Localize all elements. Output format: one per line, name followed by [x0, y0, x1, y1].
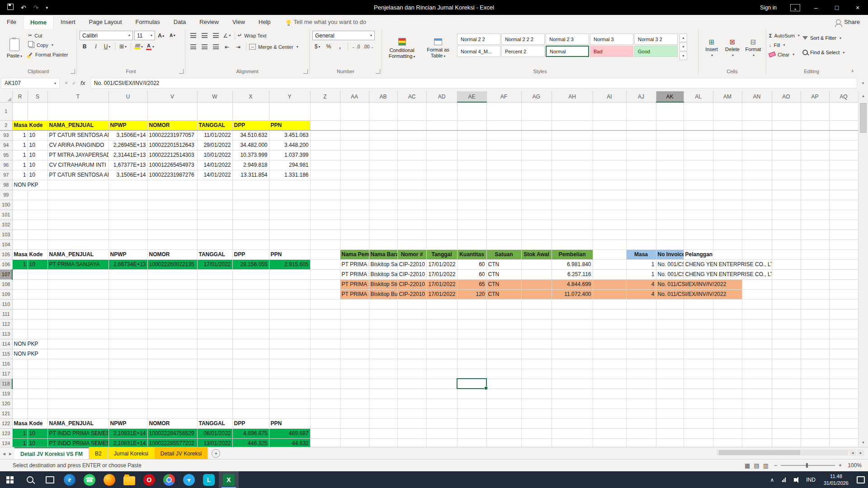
- fill-button[interactable]: ↓Fill▾: [769, 40, 800, 50]
- cell-AA104[interactable]: [340, 239, 369, 249]
- share-button[interactable]: Share: [836, 19, 860, 25]
- cell-X96[interactable]: 2.949.818: [232, 160, 269, 170]
- cell-AG124[interactable]: [521, 438, 552, 447]
- cell-AG97[interactable]: [521, 170, 552, 180]
- cell-AO116[interactable]: [772, 359, 801, 369]
- row-header-102[interactable]: 102: [0, 220, 12, 230]
- cell-AE2[interactable]: [457, 120, 486, 130]
- cell-AC114[interactable]: [397, 339, 426, 349]
- cell-AL94[interactable]: [684, 140, 713, 150]
- cell-X109[interactable]: [232, 289, 269, 299]
- cell-AF111[interactable]: [486, 309, 521, 319]
- cell-AC96[interactable]: [397, 160, 426, 170]
- cell-S105[interactable]: Kode: [28, 249, 47, 259]
- cell-AB101[interactable]: [369, 210, 397, 220]
- zoom-slider[interactable]: [781, 465, 835, 466]
- cell-X99[interactable]: [232, 190, 269, 200]
- cell-W116[interactable]: [197, 359, 232, 369]
- cell-AD110[interactable]: [426, 299, 457, 309]
- cell-AA103[interactable]: [340, 230, 369, 239]
- cell-T119[interactable]: [47, 389, 108, 399]
- taskbar-line-icon[interactable]: L: [199, 471, 219, 488]
- cell-W114[interactable]: [197, 339, 232, 349]
- row-header-119[interactable]: 119: [0, 389, 12, 399]
- cell-AK121[interactable]: [656, 408, 684, 418]
- cell-AN105[interactable]: [742, 249, 772, 259]
- cell-AF118[interactable]: [486, 379, 521, 389]
- cell-AN99[interactable]: [742, 190, 772, 200]
- cell-V111[interactable]: [147, 309, 197, 319]
- ribbon-tab-formulas[interactable]: Formulas: [129, 15, 167, 28]
- cell-S102[interactable]: [28, 220, 47, 230]
- cell-AG106[interactable]: [521, 259, 552, 269]
- cell-Z110[interactable]: [310, 299, 340, 309]
- cell-AL1[interactable]: [684, 102, 713, 120]
- row-header-115[interactable]: 115: [0, 349, 12, 359]
- cell-AO108[interactable]: [772, 279, 801, 289]
- cell-AE123[interactable]: [457, 428, 486, 438]
- cell-AH105[interactable]: Pembelian: [552, 249, 593, 259]
- cell-Z116[interactable]: [310, 359, 340, 369]
- cell-S103[interactable]: [28, 230, 47, 239]
- cell-AD1[interactable]: [426, 102, 457, 120]
- cell-W120[interactable]: [197, 399, 232, 408]
- cell-AP95[interactable]: [801, 150, 829, 160]
- ribbon-tab-file[interactable]: File: [0, 15, 23, 28]
- cell-AA117[interactable]: [340, 369, 369, 379]
- cell-AK118[interactable]: [656, 379, 684, 389]
- cell-X121[interactable]: [232, 408, 269, 418]
- cell-AP105[interactable]: [801, 249, 829, 259]
- cell-AK98[interactable]: [656, 180, 684, 190]
- cell-AB112[interactable]: [369, 319, 397, 329]
- cell-U105[interactable]: NPWP: [108, 249, 147, 259]
- cell-AF97[interactable]: [486, 170, 521, 180]
- sheet-tab-detail-jv-koreksi-vs-fm[interactable]: Detail JV Koreksi VS FM: [14, 447, 89, 460]
- column-header-AD[interactable]: AD: [426, 91, 457, 102]
- cell-AF120[interactable]: [486, 399, 521, 408]
- cell-AN100[interactable]: [742, 200, 772, 210]
- cell-AL124[interactable]: [684, 438, 713, 447]
- cell-AG105[interactable]: Stok Awal: [521, 249, 552, 259]
- redo-button[interactable]: ↷: [33, 4, 39, 11]
- alignment-dialog-launcher[interactable]: [303, 69, 308, 74]
- cell-AM102[interactable]: [713, 220, 742, 230]
- cell-AK117[interactable]: [656, 369, 684, 379]
- cell-U121[interactable]: [108, 408, 147, 418]
- cell-W108[interactable]: [197, 279, 232, 289]
- cell-U96[interactable]: 1,67377E+13: [108, 160, 147, 170]
- cell-AO110[interactable]: [772, 299, 801, 309]
- cell-AG99[interactable]: [521, 190, 552, 200]
- cell-AL119[interactable]: [684, 389, 713, 399]
- cell-AI107[interactable]: [593, 269, 626, 279]
- cell-AA111[interactable]: [340, 309, 369, 319]
- cell-AJ123[interactable]: [626, 428, 656, 438]
- cell-S95[interactable]: 10: [28, 150, 47, 160]
- cell-V114[interactable]: [147, 339, 197, 349]
- cell-S104[interactable]: [28, 239, 47, 249]
- cell-AK93[interactable]: [656, 130, 684, 140]
- cell-V113[interactable]: [147, 329, 197, 339]
- cell-T98[interactable]: [47, 180, 108, 190]
- cell-AK105[interactable]: No Invoice: [656, 249, 684, 259]
- font-family-select[interactable]: Calibri▾: [80, 31, 133, 40]
- cell-S117[interactable]: [28, 369, 47, 379]
- cell-T2[interactable]: NAMA_PENJUAL: [47, 120, 108, 130]
- ribbon-tab-view[interactable]: View: [226, 15, 252, 28]
- cell-AO1[interactable]: [772, 102, 801, 120]
- cell-AG103[interactable]: [521, 230, 552, 239]
- cell-AN102[interactable]: [742, 220, 772, 230]
- insert-function-button[interactable]: fx: [80, 80, 85, 86]
- cell-AE118[interactable]: [457, 379, 486, 389]
- cell-AJ97[interactable]: [626, 170, 656, 180]
- cell-AE98[interactable]: [457, 180, 486, 190]
- row-header-104[interactable]: 104: [0, 239, 12, 249]
- cell-AF100[interactable]: [486, 200, 521, 210]
- cell-W123[interactable]: 06/01/2022: [197, 428, 232, 438]
- cell-AQ118[interactable]: [829, 379, 858, 389]
- increase-indent-button[interactable]: ⇥: [233, 42, 243, 52]
- cell-AM104[interactable]: [713, 239, 742, 249]
- cell-AB119[interactable]: [369, 389, 397, 399]
- cell-AJ119[interactable]: [626, 389, 656, 399]
- cell-T118[interactable]: [47, 379, 108, 389]
- cell-AE106[interactable]: 60: [457, 259, 486, 269]
